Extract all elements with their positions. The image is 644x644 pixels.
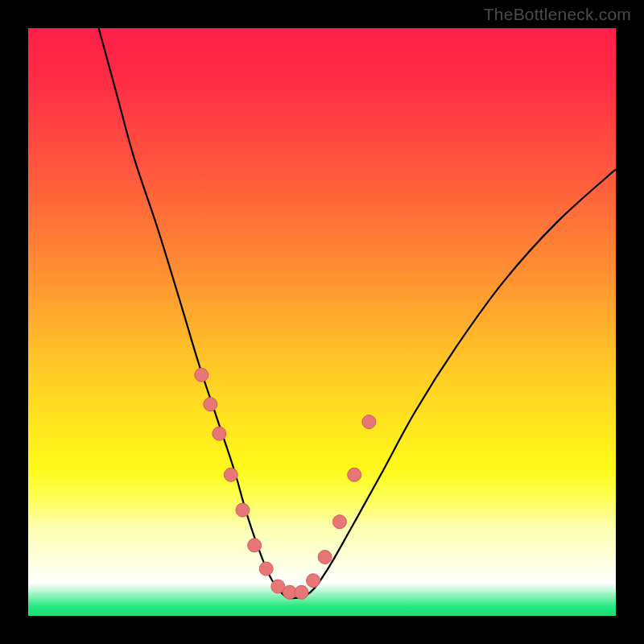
data-marker	[259, 562, 273, 576]
data-marker	[362, 415, 376, 429]
data-marker	[307, 574, 320, 588]
data-marker	[236, 503, 250, 517]
data-marker	[195, 368, 208, 382]
data-marker	[348, 468, 361, 481]
marker-group	[195, 368, 376, 599]
data-marker	[248, 539, 262, 552]
chart-frame: TheBottleneck.com	[0, 0, 644, 644]
chart-svg	[28, 28, 616, 616]
data-marker	[213, 427, 226, 440]
data-marker	[332, 515, 346, 529]
data-marker	[224, 468, 237, 481]
watermark-text: TheBottleneck.com	[484, 5, 631, 24]
data-marker	[204, 398, 217, 411]
plot-area	[28, 28, 616, 616]
data-marker	[318, 551, 332, 564]
bottleneck-curve	[99, 28, 616, 598]
data-marker	[295, 585, 308, 599]
